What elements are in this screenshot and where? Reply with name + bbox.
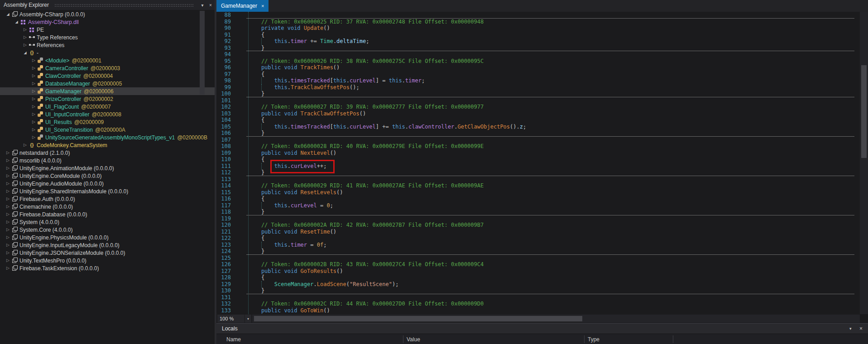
code-line-123[interactable]: 123 this.timer = 0f;	[216, 242, 860, 248]
tree-item-cameracontroller[interactable]: ▷CameraController@02000003	[0, 64, 215, 72]
expander-collapsed-icon[interactable]: ▷	[5, 157, 11, 164]
code-line-127[interactable]: 127 public void GoToResults()	[216, 268, 860, 275]
expander-collapsed-icon[interactable]: ▷	[30, 110, 37, 118]
expander-collapsed-icon[interactable]: ▷	[5, 249, 11, 257]
code-line-125[interactable]: 125	[216, 255, 860, 262]
tree-item-unityengine-animationmodule-0-0-0-0[interactable]: ▷UnityEngine.AnimationModule (0.0.0.0)	[0, 164, 215, 172]
tree-item-unityengine-inputlegacymodule-0-0-0-0[interactable]: ▷UnityEngine.InputLegacyModule (0.0.0.0)	[0, 241, 215, 249]
expander-collapsed-icon[interactable]: ▷	[22, 141, 29, 149]
expander-expanded-icon[interactable]: ◢	[22, 49, 29, 57]
code-line-104[interactable]: 104 {	[216, 117, 860, 124]
tree-item-prizecontroller[interactable]: ▷PrizeController@02000002	[0, 95, 215, 103]
tree-item-assembly-csharp-dll[interactable]: ◢Assembly-CSharp.dll	[0, 18, 215, 26]
code-line-116[interactable]: 116 {	[216, 196, 860, 202]
scrollbar-thumb[interactable]	[254, 316, 582, 321]
expander-collapsed-icon[interactable]: ▷	[22, 41, 29, 49]
tree-item-pe[interactable]: ▷PE	[0, 26, 215, 33]
tree-item-unity-textmeshpro-0-0-0-0[interactable]: ▷Unity.TextMeshPro (0.0.0.0)	[0, 257, 215, 264]
code-line-121[interactable]: 121 public void ResetTime()	[216, 229, 860, 235]
code-line-94[interactable]: 94	[216, 51, 860, 58]
tree-item-databasemanager[interactable]: ▷DatabaseManager@02000005	[0, 80, 215, 87]
code-line-105[interactable]: 105 this.timesTracked[this.curLevel] += …	[216, 124, 860, 130]
expander-collapsed-icon[interactable]: ▷	[30, 118, 37, 126]
tree-item-type-references[interactable]: ▷Type References	[0, 33, 215, 41]
tree-item-firebase-auth-0-0-0-0[interactable]: ▷Firebase.Auth (0.0.0.0)	[0, 195, 215, 203]
code-line-131[interactable]: 131	[216, 294, 860, 301]
code-line-106[interactable]: 106 }	[216, 130, 860, 137]
expander-collapsed-icon[interactable]: ▷	[5, 257, 11, 264]
column-header-name[interactable]: Name	[226, 334, 241, 344]
expander-collapsed-icon[interactable]: ▷	[30, 126, 37, 134]
expander-collapsed-icon[interactable]: ▷	[5, 234, 11, 241]
tree-item-gamemanager[interactable]: ▷GameManager@02000006	[0, 87, 215, 95]
code-line-132[interactable]: 132 // Token: 0x0600002C RID: 44 RVA: 0x…	[216, 301, 860, 307]
locals-close-icon[interactable]: ×	[859, 324, 863, 334]
code-line-102[interactable]: 102 // Token: 0x06000027 RID: 39 RVA: 0x…	[216, 104, 860, 110]
editor-horizontal-scrollbar[interactable]	[252, 315, 860, 323]
expander-collapsed-icon[interactable]: ▷	[5, 164, 11, 172]
zoom-level-select[interactable]: 100 %	[217, 315, 245, 323]
tree-item-firebase-database-0-0-0-0[interactable]: ▷Firebase.Database (0.0.0.0)	[0, 210, 215, 218]
expander-collapsed-icon[interactable]: ▷	[30, 95, 37, 103]
expander-collapsed-icon[interactable]: ▷	[5, 210, 11, 218]
code-line-128[interactable]: 128 {	[216, 274, 860, 281]
code-line-96[interactable]: 96 public void TrackTimes()	[216, 64, 860, 71]
tree-item-unityengine-coremodule-0-0-0-0[interactable]: ▷UnityEngine.CoreModule (0.0.0.0)	[0, 172, 215, 180]
code-line-126[interactable]: 126 // Token: 0x0600002B RID: 43 RVA: 0x…	[216, 261, 860, 268]
code-line-119[interactable]: 119	[216, 215, 860, 222]
column-divider[interactable]	[403, 335, 403, 343]
code-line-118[interactable]: 118 }	[216, 209, 860, 215]
expander-collapsed-icon[interactable]: ▷	[30, 64, 37, 72]
code-line-122[interactable]: 122 {	[216, 235, 860, 242]
tree-item-unitysourcegeneratedassemblymonoscripttypes-v1[interactable]: ▷UnitySourceGeneratedAssemblyMonoScriptT…	[0, 134, 215, 141]
tree-item-module[interactable]: ▷<Module>@02000001	[0, 57, 215, 64]
expander-collapsed-icon[interactable]: ▷	[5, 218, 11, 226]
tree-item-unityengine-physicsmodule-0-0-0-0[interactable]: ▷UnityEngine.PhysicsModule (0.0.0.0)	[0, 234, 215, 241]
tree-item-cinemachine-0-0-0-0[interactable]: ▷Cinemachine (0.0.0.0)	[0, 203, 215, 210]
code-line-120[interactable]: 120 // Token: 0x0600002A RID: 42 RVA: 0x…	[216, 222, 860, 229]
code-line-98[interactable]: 98 this.timesTracked[this.curLevel] = th…	[216, 77, 860, 84]
scrollbar-thumb[interactable]	[861, 65, 867, 158]
tree-item-ui-flagcount[interactable]: ▷UI_FlagCount@02000007	[0, 103, 215, 110]
code-line-111[interactable]: 111 this.curLevel++;	[216, 163, 860, 170]
panel-menu-dropdown-icon[interactable]: ▾	[198, 3, 206, 8]
locals-menu-dropdown-icon[interactable]: ▾	[849, 324, 852, 334]
code-line-101[interactable]: 101	[216, 97, 860, 104]
expander-collapsed-icon[interactable]: ▷	[30, 80, 37, 87]
code-line-95[interactable]: 95 // Token: 0x06000026 RID: 38 RVA: 0x0…	[216, 58, 860, 65]
code-line-89[interactable]: 89 // Token: 0x06000025 RID: 37 RVA: 0x0…	[216, 19, 860, 25]
tree-item-ui-results[interactable]: ▷UI_Results@02000009	[0, 118, 215, 126]
expander-collapsed-icon[interactable]: ▷	[5, 264, 11, 272]
tree-item-clawcontroller[interactable]: ▷ClawController@02000004	[0, 72, 215, 80]
code-line-124[interactable]: 124 }	[216, 248, 860, 255]
code-line-92[interactable]: 92 this.timer += Time.deltaTime;	[216, 38, 860, 45]
tree-item-[interactable]: ◢{}-	[0, 49, 215, 57]
tree-item-codemonkey-camerasystem[interactable]: ▷{}CodeMonkey.CameraSystem	[0, 141, 215, 149]
tree-item-unityengine-jsonserializemodule-0-0-0-0[interactable]: ▷UnityEngine.JSONSerializeModule (0.0.0.…	[0, 249, 215, 257]
tree-item-unityengine-sharedinternalsmodule-0-0-0-0[interactable]: ▷UnityEngine.SharedInternalsModule (0.0.…	[0, 187, 215, 195]
code-line-91[interactable]: 91 {	[216, 32, 860, 38]
code-line-90[interactable]: 90 private void Update()	[216, 25, 860, 32]
tab-close-icon[interactable]: ×	[261, 3, 264, 9]
code-line-113[interactable]: 113	[216, 176, 860, 183]
code-line-109[interactable]: 109 public void NextLevel()	[216, 150, 860, 157]
expander-collapsed-icon[interactable]: ▷	[5, 203, 11, 210]
expander-collapsed-icon[interactable]: ▷	[5, 180, 11, 187]
expander-collapsed-icon[interactable]: ▷	[30, 87, 37, 95]
code-line-117[interactable]: 117 this.curLevel = 0;	[216, 202, 860, 209]
tree-item-ui-inputcontroller[interactable]: ▷UI_InputController@02000008	[0, 110, 215, 118]
tree-item-system-4-0-0-0[interactable]: ▷System (4.0.0.0)	[0, 218, 215, 226]
column-header-type[interactable]: Type	[588, 334, 599, 344]
expander-collapsed-icon[interactable]: ▷	[30, 103, 37, 110]
code-line-107[interactable]: 107	[216, 137, 860, 143]
tree-item-references[interactable]: ▷References	[0, 41, 215, 49]
tree-item-netstandard-2-1-0-0[interactable]: ▷netstandard (2.1.0.0)	[0, 149, 215, 157]
zoom-dropdown-icon[interactable]: ▾	[245, 315, 251, 323]
tree-item-mscorlib-4-0-0-0[interactable]: ▷mscorlib (4.0.0.0)	[0, 157, 215, 164]
code-line-130[interactable]: 130 }	[216, 287, 860, 294]
expander-collapsed-icon[interactable]: ▷	[5, 241, 11, 249]
code-line-114[interactable]: 114 // Token: 0x06000029 RID: 41 RVA: 0x…	[216, 182, 860, 189]
code-line-99[interactable]: 99 this.TrackClawOffsetPos();	[216, 84, 860, 91]
expander-expanded-icon[interactable]: ◢	[5, 10, 11, 18]
expander-expanded-icon[interactable]: ◢	[13, 18, 20, 26]
